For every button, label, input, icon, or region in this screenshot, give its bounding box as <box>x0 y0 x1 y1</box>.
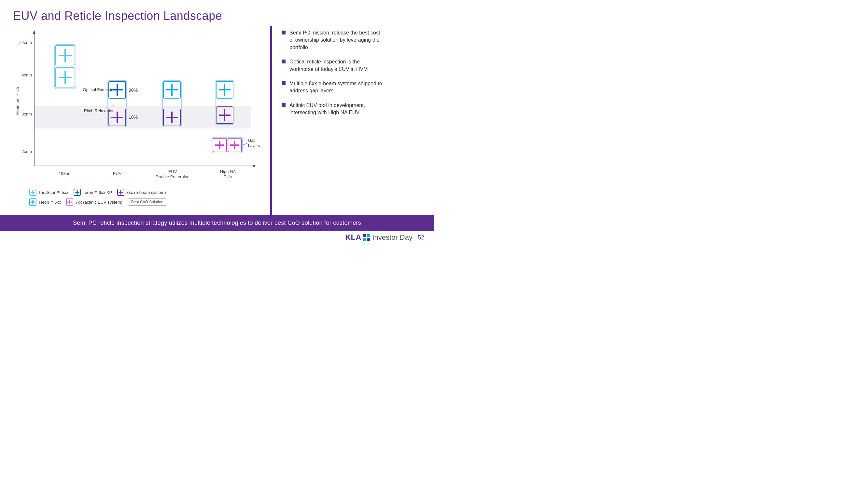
svg-text:2xnm: 2xnm <box>22 149 32 154</box>
chart-area: >4xnm 4xnm 3xnm 2xnm Minimum Pitch 193nm… <box>0 26 267 215</box>
bullet-1-square <box>282 31 285 34</box>
svg-text:Layers: Layers <box>248 143 260 148</box>
legend-row-2: Teron™ 6xx 7xx (actinic EUV system) Best… <box>29 198 167 206</box>
svg-rect-78 <box>363 238 366 241</box>
svg-marker-3 <box>253 165 256 167</box>
bullets-area: Semi PC mission: release the best cost o… <box>270 26 394 215</box>
svg-text:↓: ↓ <box>112 92 114 97</box>
bullet-3: Multiple 8xx e-beam systems shipped to a… <box>282 80 384 95</box>
bullet-1-text: Semi PC mission: release the best cost o… <box>289 29 384 51</box>
bullet-1: Semi PC mission: release the best cost o… <box>282 29 384 51</box>
svg-rect-77 <box>367 234 370 237</box>
main-content: >4xnm 4xnm 3xnm 2xnm Minimum Pitch 193nm… <box>0 26 434 215</box>
legend-terascan-label: TeraScan™ 5xx <box>38 190 68 195</box>
legend-teron6xx: Teron™ 6xx <box>29 198 61 206</box>
svg-line-57 <box>243 143 247 145</box>
svg-text:EUV: EUV <box>113 171 122 176</box>
svg-text:↑: ↑ <box>112 103 114 109</box>
chart-container: >4xnm 4xnm 3xnm 2xnm Minimum Pitch 193nm… <box>13 26 260 186</box>
page-title: EUV and Reticle Inspection Landscape <box>0 0 434 26</box>
slide: EUV and Reticle Inspection Landscape >4x… <box>0 0 434 244</box>
legend-teron6xxXP: Teron™ 6xx XP <box>73 189 112 196</box>
svg-text:EUV: EUV <box>168 169 177 174</box>
coo-button[interactable]: Best CoO Solution <box>128 198 167 206</box>
legend-teron6xx-label: Teron™ 6xx <box>38 200 61 205</box>
bullet-2: Optical reticle inspection is the workho… <box>282 58 384 73</box>
bullet-3-square <box>282 82 285 85</box>
legend-7xx-label: 7xx (actinic EUV system) <box>75 200 122 205</box>
svg-text:Optical Extension: Optical Extension <box>83 87 116 92</box>
svg-text:10%: 10% <box>129 115 138 120</box>
svg-text:3xnm: 3xnm <box>22 111 32 117</box>
svg-text:90%: 90% <box>129 88 138 93</box>
svg-text:Minimum Pitch: Minimum Pitch <box>15 87 20 115</box>
bottom-banner: Semi PC reticle inspection strategy util… <box>0 215 434 231</box>
bullet-2-text: Optical reticle inspection is the workho… <box>289 58 384 73</box>
bullet-4: Actinic EUV tool in development, interse… <box>282 102 384 117</box>
svg-text:4xnm: 4xnm <box>22 72 32 77</box>
svg-text:Gap: Gap <box>248 138 255 143</box>
kla-logo-icon <box>363 234 370 241</box>
page-number: 52 <box>418 234 424 241</box>
legend-teron6xxXP-label: Teron™ 6xx XP <box>83 190 112 195</box>
bullet-4-square <box>282 103 285 107</box>
bullet-4-text: Actinic EUV tool in development, interse… <box>289 102 384 117</box>
svg-text:Double Patterning: Double Patterning <box>156 174 189 179</box>
svg-rect-9 <box>34 106 251 129</box>
svg-text:193nm: 193nm <box>59 171 72 176</box>
footer: KLA Investor Day 52 <box>0 231 434 244</box>
investor-day-text: Investor Day <box>372 233 412 242</box>
kla-text: KLA <box>345 233 361 242</box>
svg-text:>4xnm: >4xnm <box>19 40 32 45</box>
bullet-3-text: Multiple 8xx e-beam systems shipped to a… <box>289 80 384 95</box>
legend-row-1: TeraScan™ 5xx Teron™ 6xx XP <box>29 189 166 196</box>
svg-text:EUV: EUV <box>224 174 232 179</box>
legend-8xx: 8xx (e-beam system) <box>117 189 166 196</box>
chart-svg: >4xnm 4xnm 3xnm 2xnm Minimum Pitch 193nm… <box>13 26 267 186</box>
bullet-2-square <box>282 60 285 63</box>
svg-text:High NA: High NA <box>220 169 236 174</box>
footer-brand: KLA Investor Day <box>345 233 412 242</box>
legend-area: TeraScan™ 5xx Teron™ 6xx XP <box>13 186 260 206</box>
legend-terascan: TeraScan™ 5xx <box>29 189 68 196</box>
svg-rect-76 <box>363 234 366 237</box>
svg-rect-79 <box>367 238 370 241</box>
svg-marker-1 <box>33 30 35 34</box>
legend-7xx: 7xx (actinic EUV system) <box>66 198 122 206</box>
legend-8xx-label: 8xx (e-beam system) <box>126 190 166 195</box>
